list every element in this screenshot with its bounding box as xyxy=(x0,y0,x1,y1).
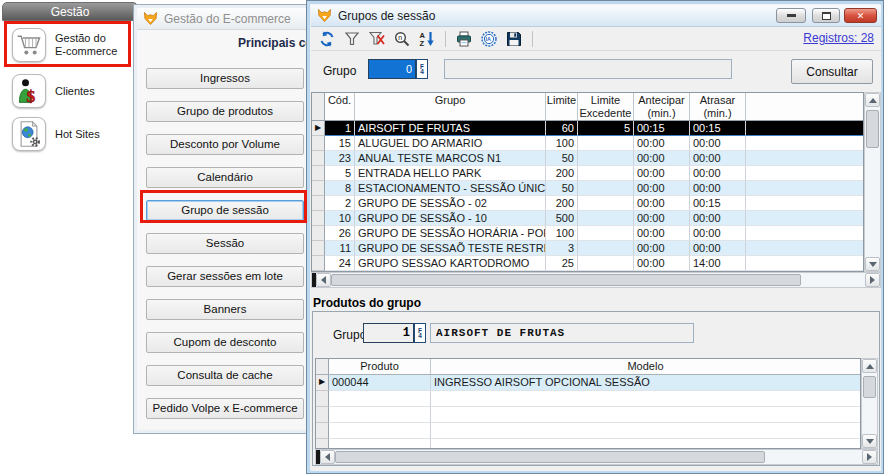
sidebar-item-hot-sites[interactable]: Hot Sites xyxy=(12,117,100,151)
session-grid-row[interactable]: 23ANUAL TESTE MARCOS N15000:0000:00 xyxy=(312,151,863,166)
ecommerce-button[interactable]: Calendário xyxy=(146,167,304,188)
column-header-produto: Produto xyxy=(329,359,431,374)
session-grid-vscrollbar[interactable] xyxy=(864,92,881,272)
session-grid-row[interactable]: 10GRUPO DE SESSÃO - 1050000:0000:00 xyxy=(312,211,863,226)
gestao-panel: Gestão Gestão do E-commerce $ C xyxy=(2,2,138,172)
grupo-code-input[interactable] xyxy=(368,59,416,79)
scroll-right-arrow[interactable] xyxy=(862,450,877,464)
produtos-grupo-name-input[interactable] xyxy=(430,323,694,343)
ecommerce-button[interactable]: Pedido Volpe x E-commerce xyxy=(146,398,304,419)
grid-cell xyxy=(312,151,325,166)
scroll-thumb[interactable] xyxy=(331,274,801,286)
scroll-left-arrow[interactable] xyxy=(320,450,335,464)
grid-cell: ▶ xyxy=(316,375,329,391)
grid-cell: GRUPO DE SESSAÕ TESTE RESTRIÇÃO xyxy=(355,241,546,256)
ecommerce-button-list: IngressosGrupo de produtosDesconto por V… xyxy=(146,68,304,431)
grid-cell: 00:00 xyxy=(634,226,690,241)
sidebar-item-clientes[interactable]: $ Clientes xyxy=(12,74,95,108)
produtos-grid-empty-row[interactable] xyxy=(316,391,860,407)
session-grid-row[interactable]: 5ENTRADA HELLO PARK20000:0000:00 xyxy=(312,166,863,181)
svg-text:IA: IA xyxy=(486,36,492,42)
scroll-left-arrow[interactable] xyxy=(316,273,331,287)
produtos-grid-empty-row[interactable] xyxy=(316,439,860,449)
grid-cell: 11 xyxy=(325,241,355,256)
ecommerce-button[interactable]: Consulta de cache xyxy=(146,365,304,386)
grid-cell: INGRESSO AIRSOFT OPCIONAL SESSÃO xyxy=(431,375,860,391)
refresh-icon[interactable] xyxy=(317,29,337,49)
restore-button[interactable] xyxy=(812,8,840,23)
close-button[interactable]: ✕ xyxy=(844,8,877,23)
produtos-grid-empty-row[interactable] xyxy=(316,423,860,439)
grid-cell xyxy=(329,391,431,407)
ecommerce-button[interactable]: Gerar sessões em lote xyxy=(146,266,304,287)
scroll-right-arrow[interactable] xyxy=(865,273,880,287)
ecommerce-button[interactable]: Sessão xyxy=(146,233,304,254)
toolbar-separator xyxy=(445,31,446,47)
grid-cell xyxy=(431,439,860,449)
session-client-area: Grupo F4 Consultar Cód. Grupo Limite Lim… xyxy=(311,51,881,471)
print-icon[interactable] xyxy=(454,29,474,49)
seal-ia-icon[interactable]: IA xyxy=(479,29,499,49)
produtos-grid-hscrollbar[interactable] xyxy=(315,449,878,465)
grid-cell: 00:00 xyxy=(690,166,746,181)
grupo-name-input[interactable] xyxy=(444,59,732,79)
ecommerce-button[interactable]: Grupo de produtos xyxy=(146,101,304,122)
consultar-button[interactable]: Consultar xyxy=(791,59,873,84)
scroll-thumb[interactable] xyxy=(863,376,876,398)
grid-cell xyxy=(578,256,634,271)
customer-dollar-icon: $ xyxy=(12,74,46,108)
grid-cell xyxy=(316,407,329,423)
grid-cell: 8 xyxy=(325,181,355,196)
session-grid-row[interactable]: 24GRUPO SESSAO KARTODROMO2500:0014:00 xyxy=(312,256,863,271)
produtos-grid-vscrollbar[interactable] xyxy=(861,358,878,449)
session-grid-row[interactable]: 15ALUGUEL DO ARMARIO10000:0000:00 xyxy=(312,136,863,151)
clear-filter-icon[interactable] xyxy=(367,29,387,49)
session-grid-row[interactable]: ▶1AIRSOFT DE FRUTAS60500:1500:15 xyxy=(312,121,863,136)
sidebar-item-label: Hot Sites xyxy=(55,128,100,141)
sidebar-item-gestao-ecommerce[interactable]: Gestão do E-commerce xyxy=(12,28,117,62)
filter-icon[interactable] xyxy=(342,29,362,49)
produtos-lookup-button[interactable]: F4 xyxy=(414,323,426,343)
ecommerce-button[interactable]: Banners xyxy=(146,299,304,320)
grid-cell xyxy=(578,211,634,226)
grid-cell xyxy=(746,181,863,196)
grid-cell: 50 xyxy=(546,151,578,166)
column-header-antecipar: Antecipar (min.) xyxy=(634,93,690,120)
produtos-grid-empty-row[interactable] xyxy=(316,407,860,423)
session-grid-row[interactable]: 8ESTACIONAMENTO - SESSÃO ÚNICA5000:0000:… xyxy=(312,181,863,196)
find-icon[interactable]: n xyxy=(392,29,412,49)
ecommerce-button[interactable]: Desconto por Volume xyxy=(146,134,304,155)
produtos-grupo-code-input[interactable] xyxy=(363,323,414,343)
registros-link[interactable]: Registros: 28 xyxy=(803,31,874,45)
session-grid-row[interactable]: 2GRUPO DE SESSÃO - 0220000:0000:15 xyxy=(312,196,863,211)
column-header-limite-excedente: Limite Excedente xyxy=(578,93,634,120)
ecommerce-button[interactable]: Ingressos xyxy=(146,68,304,89)
grid-cell xyxy=(746,256,863,271)
grupo-lookup-button[interactable]: F4 xyxy=(416,59,428,79)
minimize-button[interactable] xyxy=(776,8,806,23)
produtos-grid-row[interactable]: ▶000044INGRESSO AIRSOFT OPCIONAL SESSÃO xyxy=(316,375,860,391)
scroll-up-arrow[interactable] xyxy=(865,93,880,107)
grid-cell xyxy=(578,181,634,196)
sort-icon[interactable]: A Z xyxy=(417,29,437,49)
f4-key-label: F4 xyxy=(420,64,425,75)
grid-cell xyxy=(316,423,329,439)
produtos-grid-rows: ▶000044INGRESSO AIRSOFT OPCIONAL SESSÃO xyxy=(316,375,860,449)
save-icon[interactable] xyxy=(504,29,524,49)
grid-cell: GRUPO DE SESSÃO - 10 xyxy=(355,211,546,226)
grid-cell xyxy=(431,407,860,423)
ecommerce-button[interactable]: Grupo de sessão xyxy=(146,200,304,221)
grid-cell: ▶ xyxy=(312,121,325,136)
scroll-down-arrow[interactable] xyxy=(862,434,877,448)
scroll-down-arrow[interactable] xyxy=(865,257,880,271)
session-grid-row[interactable]: 26GRUPO DE SESSÃO HORÁRIA - PORTAL10000:… xyxy=(312,226,863,241)
scroll-thumb[interactable] xyxy=(335,451,765,463)
session-grid-hscrollbar[interactable] xyxy=(311,272,881,288)
scroll-up-arrow[interactable] xyxy=(862,359,877,373)
grid-cell: 2 xyxy=(325,196,355,211)
grid-cell xyxy=(746,226,863,241)
session-grid-row[interactable]: 11GRUPO DE SESSAÕ TESTE RESTRIÇÃO300:000… xyxy=(312,241,863,256)
ecommerce-button[interactable]: Cupom de desconto xyxy=(146,332,304,353)
scroll-thumb[interactable] xyxy=(866,110,879,148)
column-header-grupo: Grupo xyxy=(355,93,546,120)
